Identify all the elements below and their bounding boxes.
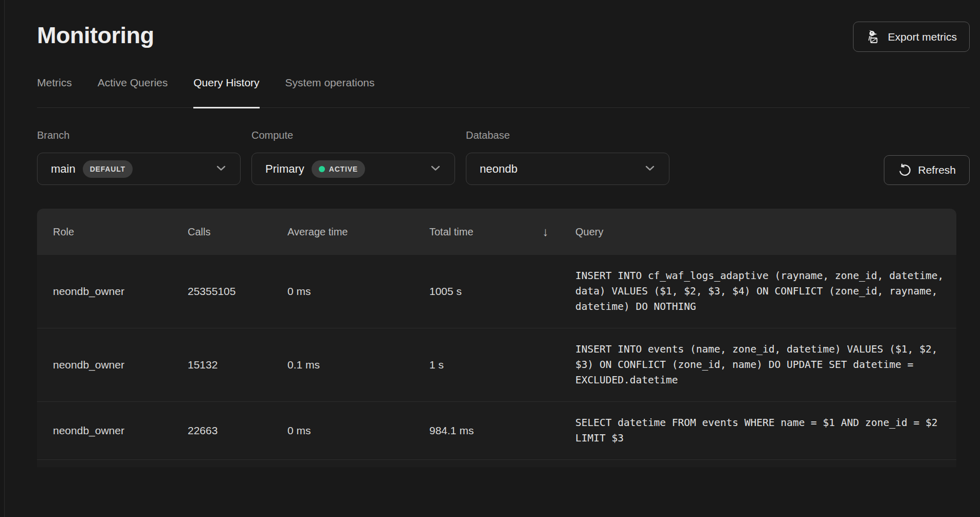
column-header-calls[interactable]: Calls: [188, 226, 287, 238]
table-row[interactable]: neondb_owner 25355105 0 ms 1005 s INSERT…: [37, 255, 956, 328]
tab-bar: Metrics Active Queries Query History Sys…: [37, 77, 970, 108]
database-select[interactable]: neondb: [466, 153, 669, 185]
active-status-dot: [319, 166, 325, 172]
export-metrics-button[interactable]: Export metrics: [853, 22, 970, 52]
refresh-button[interactable]: Refresh: [884, 155, 970, 185]
column-header-total-time[interactable]: Total time ↓: [429, 225, 575, 239]
cell-query: INSERT INTO cf_waf_logs_adaptive (raynam…: [575, 255, 947, 328]
refresh-label: Refresh: [918, 164, 956, 176]
branch-filter: Branch main DEFAULT: [37, 130, 241, 185]
branch-select[interactable]: main DEFAULT: [37, 153, 241, 185]
cell-query: INSERT INTO events (name, zone_id, datet…: [575, 328, 947, 401]
query-history-table: Role Calls Average time Total time ↓ Que…: [37, 209, 956, 467]
sidebar-edge: [0, 0, 5, 517]
cell-total-time: 1005 s: [429, 285, 575, 298]
compute-select[interactable]: Primary ACTIVE: [251, 153, 455, 185]
page-title: Monitoring: [37, 23, 154, 48]
cell-calls: 25355105: [188, 285, 287, 298]
refresh-icon: [898, 163, 911, 177]
tab-active-queries[interactable]: Active Queries: [98, 77, 168, 108]
column-header-query[interactable]: Query: [575, 226, 947, 238]
table-row[interactable]: neondb_owner 15132 0.1 ms 1 s INSERT INT…: [37, 328, 956, 402]
cell-average-time: 0 ms: [287, 285, 429, 298]
tab-query-history[interactable]: Query History: [193, 77, 259, 108]
cell-average-time: 0 ms: [287, 424, 429, 437]
cell-role: neondb_owner: [53, 359, 188, 371]
table-header-row: Role Calls Average time Total time ↓ Que…: [37, 209, 956, 255]
cell-total-time: 984.1 ms: [429, 424, 575, 437]
filters-row: Branch main DEFAULT Compute Primary: [37, 130, 970, 185]
default-badge: DEFAULT: [83, 160, 133, 178]
column-header-average-time[interactable]: Average time: [287, 226, 429, 238]
monitoring-page: Monitoring Export metrics Metrics Active…: [5, 0, 980, 517]
cell-total-time: 1 s: [429, 359, 575, 371]
cell-role: neondb_owner: [53, 285, 188, 298]
tab-metrics[interactable]: Metrics: [37, 77, 72, 108]
cell-calls: 15132: [188, 359, 287, 371]
chevron-down-icon: [644, 164, 656, 174]
database-filter: Database neondb: [466, 130, 669, 185]
compute-label: Compute: [251, 130, 455, 141]
compute-filter: Compute Primary ACTIVE: [251, 130, 455, 185]
sort-desc-icon[interactable]: ↓: [542, 225, 549, 239]
cell-query: SELECT datetime FROM events WHERE name =…: [575, 402, 947, 459]
cell-average-time: 0.1 ms: [287, 359, 429, 371]
cell-role: neondb_owner: [53, 424, 188, 437]
database-value: neondb: [480, 162, 517, 176]
chevron-down-icon: [215, 164, 227, 174]
export-metrics-label: Export metrics: [888, 31, 957, 43]
column-header-role[interactable]: Role: [53, 226, 188, 238]
cell-calls: 22663: [188, 424, 287, 437]
database-label: Database: [466, 130, 669, 141]
datadog-icon: [866, 29, 881, 45]
table-row[interactable]: neondb_owner 22663 0 ms 984.1 ms SELECT …: [37, 402, 956, 460]
chevron-down-icon: [430, 164, 441, 174]
tab-system-operations[interactable]: System operations: [285, 77, 375, 108]
page-header: Monitoring Export metrics: [37, 0, 970, 52]
table-row-partial: [37, 460, 956, 467]
branch-value: main: [51, 162, 76, 176]
active-badge: ACTIVE: [312, 160, 365, 178]
compute-value: Primary: [265, 162, 304, 176]
branch-label: Branch: [37, 130, 241, 141]
